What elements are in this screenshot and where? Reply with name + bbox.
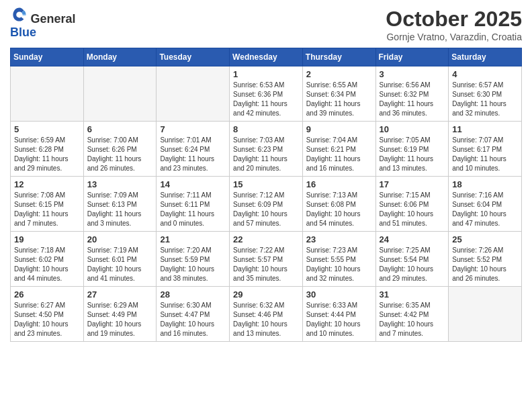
day-cell: 26Sunrise: 6:27 AMSunset: 4:50 PMDayligh… xyxy=(11,287,84,342)
day-header-friday: Friday xyxy=(375,48,449,66)
day-header-sunday: Sunday xyxy=(11,48,84,66)
day-cell: 23Sunrise: 7:23 AMSunset: 5:55 PMDayligh… xyxy=(302,232,375,287)
day-header-thursday: Thursday xyxy=(302,48,375,66)
day-cell: 20Sunrise: 7:19 AMSunset: 6:01 PMDayligh… xyxy=(83,232,157,287)
day-cell: 13Sunrise: 7:09 AMSunset: 6:13 PMDayligh… xyxy=(83,177,157,232)
day-cell: 14Sunrise: 7:11 AMSunset: 6:11 PMDayligh… xyxy=(157,177,230,232)
day-number: 22 xyxy=(233,234,299,244)
day-number: 24 xyxy=(380,234,445,244)
day-number: 25 xyxy=(452,234,518,244)
day-cell: 6Sunrise: 7:00 AMSunset: 6:26 PMDaylight… xyxy=(83,122,157,177)
day-number: 8 xyxy=(233,124,299,134)
day-number: 9 xyxy=(306,124,372,134)
week-row-1: 1Sunrise: 6:53 AMSunset: 6:36 PMDaylight… xyxy=(11,66,522,122)
day-info: Sunrise: 7:13 AMSunset: 6:08 PMDaylight:… xyxy=(306,191,372,228)
day-number: 23 xyxy=(306,234,372,244)
day-cell: 12Sunrise: 7:08 AMSunset: 6:15 PMDayligh… xyxy=(11,177,84,232)
day-info: Sunrise: 7:15 AMSunset: 6:06 PMDaylight:… xyxy=(380,191,445,228)
day-cell: 16Sunrise: 7:13 AMSunset: 6:08 PMDayligh… xyxy=(302,177,375,232)
day-info: Sunrise: 7:16 AMSunset: 6:04 PMDaylight:… xyxy=(452,191,518,228)
day-cell: 4Sunrise: 6:57 AMSunset: 6:30 PMDaylight… xyxy=(449,66,522,122)
day-number: 5 xyxy=(14,124,80,134)
day-info: Sunrise: 6:59 AMSunset: 6:28 PMDaylight:… xyxy=(14,136,80,173)
week-row-4: 19Sunrise: 7:18 AMSunset: 6:02 PMDayligh… xyxy=(11,232,522,287)
day-cell: 15Sunrise: 7:12 AMSunset: 6:09 PMDayligh… xyxy=(230,177,303,232)
day-header-wednesday: Wednesday xyxy=(230,48,303,66)
week-row-3: 12Sunrise: 7:08 AMSunset: 6:15 PMDayligh… xyxy=(11,177,522,232)
day-info: Sunrise: 7:19 AMSunset: 6:01 PMDaylight:… xyxy=(87,246,153,283)
day-info: Sunrise: 6:55 AMSunset: 6:34 PMDaylight:… xyxy=(306,81,372,118)
day-cell: 30Sunrise: 6:33 AMSunset: 4:44 PMDayligh… xyxy=(302,287,375,342)
day-info: Sunrise: 7:25 AMSunset: 5:54 PMDaylight:… xyxy=(380,246,445,283)
day-info: Sunrise: 7:09 AMSunset: 6:13 PMDaylight:… xyxy=(87,191,153,228)
day-number: 20 xyxy=(87,234,153,244)
day-number: 2 xyxy=(306,69,372,79)
logo-icon xyxy=(11,7,28,23)
month-title: October 2025 xyxy=(386,7,522,32)
day-number: 19 xyxy=(14,234,80,244)
day-number: 1 xyxy=(233,69,299,79)
day-number: 4 xyxy=(452,69,518,79)
day-info: Sunrise: 7:07 AMSunset: 6:17 PMDaylight:… xyxy=(452,136,518,173)
day-cell: 31Sunrise: 6:35 AMSunset: 4:42 PMDayligh… xyxy=(375,287,449,342)
day-cell: 19Sunrise: 7:18 AMSunset: 6:02 PMDayligh… xyxy=(11,232,84,287)
header: General Blue October 2025 Gornje Vratno,… xyxy=(10,7,522,42)
day-cell: 21Sunrise: 7:20 AMSunset: 5:59 PMDayligh… xyxy=(157,232,230,287)
day-number: 30 xyxy=(306,289,372,300)
day-info: Sunrise: 6:33 AMSunset: 4:44 PMDaylight:… xyxy=(306,301,372,338)
day-info: Sunrise: 7:05 AMSunset: 6:19 PMDaylight:… xyxy=(380,136,445,173)
day-cell xyxy=(157,66,230,122)
day-cell xyxy=(11,66,84,122)
day-number: 11 xyxy=(452,124,518,134)
day-number: 12 xyxy=(14,179,80,189)
day-number: 21 xyxy=(160,234,226,244)
logo: General Blue xyxy=(10,7,76,40)
day-info: Sunrise: 6:27 AMSunset: 4:50 PMDaylight:… xyxy=(14,301,80,338)
week-row-2: 5Sunrise: 6:59 AMSunset: 6:28 PMDaylight… xyxy=(11,122,522,177)
day-info: Sunrise: 6:30 AMSunset: 4:47 PMDaylight:… xyxy=(160,301,226,338)
day-number: 28 xyxy=(160,289,226,300)
day-cell: 8Sunrise: 7:03 AMSunset: 6:23 PMDaylight… xyxy=(230,122,303,177)
day-number: 13 xyxy=(87,179,153,189)
day-cell xyxy=(83,66,157,122)
day-cell: 11Sunrise: 7:07 AMSunset: 6:17 PMDayligh… xyxy=(449,122,522,177)
day-info: Sunrise: 7:18 AMSunset: 6:02 PMDaylight:… xyxy=(14,246,80,283)
day-cell: 27Sunrise: 6:29 AMSunset: 4:49 PMDayligh… xyxy=(83,287,157,342)
calendar-container: General Blue October 2025 Gornje Vratno,… xyxy=(0,0,532,349)
day-number: 15 xyxy=(233,179,299,189)
day-info: Sunrise: 7:00 AMSunset: 6:26 PMDaylight:… xyxy=(87,136,153,173)
day-info: Sunrise: 6:35 AMSunset: 4:42 PMDaylight:… xyxy=(380,301,445,338)
day-number: 16 xyxy=(306,179,372,189)
day-info: Sunrise: 7:22 AMSunset: 5:57 PMDaylight:… xyxy=(233,246,299,283)
day-cell: 24Sunrise: 7:25 AMSunset: 5:54 PMDayligh… xyxy=(375,232,449,287)
day-number: 6 xyxy=(87,124,153,134)
day-info: Sunrise: 7:12 AMSunset: 6:09 PMDaylight:… xyxy=(233,191,299,228)
day-info: Sunrise: 7:01 AMSunset: 6:24 PMDaylight:… xyxy=(160,136,226,173)
day-number: 14 xyxy=(160,179,226,189)
day-number: 7 xyxy=(160,124,226,134)
day-number: 26 xyxy=(14,289,80,300)
day-cell: 29Sunrise: 6:32 AMSunset: 4:46 PMDayligh… xyxy=(230,287,303,342)
day-info: Sunrise: 7:03 AMSunset: 6:23 PMDaylight:… xyxy=(233,136,299,173)
day-info: Sunrise: 6:57 AMSunset: 6:30 PMDaylight:… xyxy=(452,81,518,118)
day-info: Sunrise: 6:29 AMSunset: 4:49 PMDaylight:… xyxy=(87,301,153,338)
day-cell: 22Sunrise: 7:22 AMSunset: 5:57 PMDayligh… xyxy=(230,232,303,287)
day-cell: 28Sunrise: 6:30 AMSunset: 4:47 PMDayligh… xyxy=(157,287,230,342)
calendar-table: SundayMondayTuesdayWednesdayThursdayFrid… xyxy=(10,48,522,342)
title-block: October 2025 Gornje Vratno, Varazdin, Cr… xyxy=(386,7,522,42)
day-cell: 10Sunrise: 7:05 AMSunset: 6:19 PMDayligh… xyxy=(375,122,449,177)
day-cell: 17Sunrise: 7:15 AMSunset: 6:06 PMDayligh… xyxy=(375,177,449,232)
day-info: Sunrise: 7:23 AMSunset: 5:55 PMDaylight:… xyxy=(306,246,372,283)
days-header-row: SundayMondayTuesdayWednesdayThursdayFrid… xyxy=(11,48,522,66)
day-info: Sunrise: 7:26 AMSunset: 5:52 PMDaylight:… xyxy=(452,246,518,283)
day-number: 18 xyxy=(452,179,518,189)
day-info: Sunrise: 6:53 AMSunset: 6:36 PMDaylight:… xyxy=(233,81,299,118)
day-header-tuesday: Tuesday xyxy=(157,48,230,66)
day-cell: 25Sunrise: 7:26 AMSunset: 5:52 PMDayligh… xyxy=(449,232,522,287)
location: Gornje Vratno, Varazdin, Croatia xyxy=(386,32,522,42)
day-info: Sunrise: 6:56 AMSunset: 6:32 PMDaylight:… xyxy=(380,81,445,118)
day-info: Sunrise: 7:04 AMSunset: 6:21 PMDaylight:… xyxy=(306,136,372,173)
day-number: 31 xyxy=(380,289,445,300)
day-info: Sunrise: 7:20 AMSunset: 5:59 PMDaylight:… xyxy=(160,246,226,283)
day-info: Sunrise: 7:11 AMSunset: 6:11 PMDaylight:… xyxy=(160,191,226,228)
